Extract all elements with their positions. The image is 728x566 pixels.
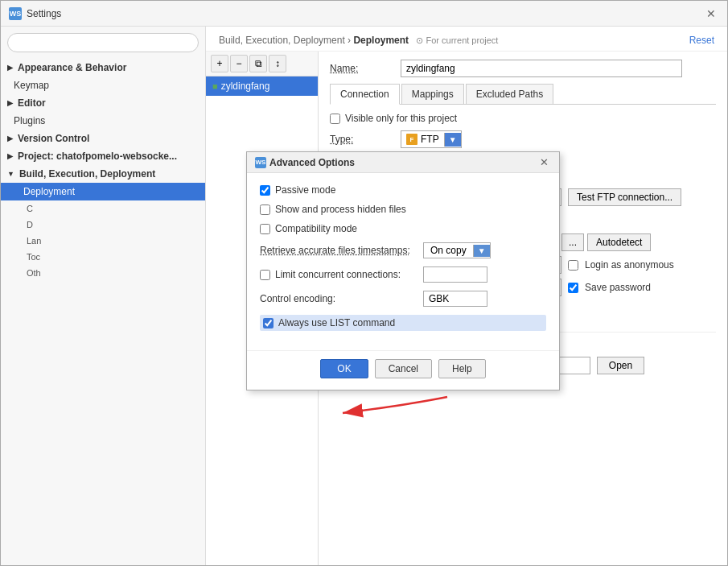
help-button[interactable]: Help <box>438 359 486 378</box>
dialog-icon: WS <box>255 157 266 168</box>
sidebar-item-deployment[interactable]: Deployment <box>1 183 205 200</box>
search-input[interactable] <box>7 33 199 52</box>
dialog-body: Passive mode Show and process hidden fil… <box>247 173 559 350</box>
limit-connections-input[interactable] <box>423 266 487 283</box>
retrieve-select-arrow[interactable]: ▼ <box>473 245 490 257</box>
sidebar: ▶ Appearance & Behavior Keymap ▶ Editor … <box>1 27 206 565</box>
show-hidden-checkbox[interactable] <box>260 205 270 215</box>
visible-only-row: Visible only for this project <box>330 113 716 124</box>
server-toolbar: + − ⧉ ↕ <box>206 52 318 76</box>
dialog-close-button[interactable]: ✕ <box>537 156 551 168</box>
ftp-server-icon: ■ <box>212 81 218 91</box>
test-ftp-button[interactable]: Test FTP connection... <box>568 188 681 206</box>
sidebar-item-plugins[interactable]: Plugins <box>1 112 205 130</box>
limit-connections-checkbox[interactable] <box>260 270 270 280</box>
main-window: WS Settings ✕ ▶ Appearance & Behavior Ke… <box>0 0 728 566</box>
dialog-title-bar: WS Advanced Options ✕ <box>247 152 559 173</box>
arrow-icon: ▶ <box>7 64 13 72</box>
name-row: Name: <box>330 60 716 77</box>
save-password-checkbox[interactable] <box>568 283 578 293</box>
name-input[interactable] <box>401 60 682 77</box>
sidebar-item-editor[interactable]: ▶ Editor <box>1 94 205 112</box>
title-bar-left: WS Settings <box>9 7 61 20</box>
show-hidden-row: Show and process hidden files <box>260 204 546 215</box>
encoding-input[interactable] <box>423 291 487 307</box>
name-label: Name: <box>330 63 394 74</box>
encoding-label: Control encoding: <box>260 293 417 304</box>
show-hidden-label: Show and process hidden files <box>275 204 406 215</box>
tab-excluded-paths[interactable]: Excluded Paths <box>466 84 553 104</box>
remove-server-button[interactable]: − <box>230 55 248 72</box>
ws-icon: WS <box>9 7 22 20</box>
save-password-label: Save password <box>585 282 651 293</box>
advanced-dialog: WS Advanced Options ✕ Passive mode <box>246 151 560 390</box>
main-header: Build, Execution, Deployment › Deploymen… <box>206 27 727 52</box>
ftp-icon: F <box>406 134 417 145</box>
sidebar-item-toc[interactable]: Toc <box>1 249 205 265</box>
always-list-row: Always use LIST command <box>260 315 546 331</box>
sidebar-item-build[interactable]: ▼ Build, Execution, Deployment <box>1 165 205 183</box>
retrieve-select[interactable]: On copy ▼ <box>423 242 491 258</box>
compatibility-mode-checkbox[interactable] <box>260 224 270 234</box>
add-server-button[interactable]: + <box>211 55 228 72</box>
encoding-row: Control encoding: <box>260 291 546 307</box>
reset-button[interactable]: Reset <box>689 35 714 46</box>
arrow-icon-editor: ▶ <box>7 99 13 107</box>
always-list-label: Always use LIST command <box>278 317 395 328</box>
limit-connections-row: Limit concurrent connections: <box>260 266 546 283</box>
copy-server-button[interactable]: ⧉ <box>249 55 267 72</box>
content-area: ▶ Appearance & Behavior Keymap ▶ Editor … <box>1 27 727 565</box>
retrieve-value: On copy <box>424 243 473 258</box>
sidebar-item-d[interactable]: D <box>1 217 205 233</box>
sidebar-item-oth[interactable]: Oth <box>1 265 205 281</box>
sidebar-item-vcs[interactable]: ▶ Version Control <box>1 130 205 147</box>
ok-button[interactable]: OK <box>320 359 368 378</box>
type-label: Type: <box>330 134 394 145</box>
sidebar-item-project[interactable]: ▶ Project: chatofpomelo-websocke... <box>1 147 205 165</box>
passive-mode-label: Passive mode <box>275 184 335 196</box>
login-anon-label: Login as anonymous <box>585 259 674 271</box>
arrow-icon-project: ▶ <box>7 152 13 160</box>
browse-root-button[interactable]: ... <box>561 233 584 251</box>
breadcrumb: Build, Execution, Deployment › Deploymen… <box>219 35 498 46</box>
open-button[interactable]: Open <box>597 357 644 374</box>
window-title: Settings <box>27 8 61 19</box>
dialog-title: WS Advanced Options <box>255 157 355 168</box>
cancel-button[interactable]: Cancel <box>375 359 432 378</box>
main-panel: Build, Execution, Deployment › Deploymen… <box>206 27 727 565</box>
type-row: Type: F FTP ▼ <box>330 130 716 148</box>
tab-bar: Connection Mappings Excluded Paths <box>330 84 716 105</box>
compatibility-mode-label: Compatibility mode <box>275 223 357 234</box>
sidebar-item-c[interactable]: C <box>1 200 205 217</box>
window-close-button[interactable]: ✕ <box>703 6 719 22</box>
retrieve-timestamps-row: Retrieve accurate files timestamps: On c… <box>260 242 546 258</box>
tab-connection[interactable]: Connection <box>330 84 400 105</box>
sidebar-item-appearance[interactable]: ▶ Appearance & Behavior <box>1 59 205 76</box>
compatibility-mode-row: Compatibility mode <box>260 223 546 234</box>
tab-mappings[interactable]: Mappings <box>401 84 464 104</box>
arrow-icon-build: ▼ <box>7 170 14 178</box>
passive-mode-checkbox[interactable] <box>260 185 270 196</box>
passive-mode-row: Passive mode <box>260 184 546 196</box>
sidebar-item-lan[interactable]: Lan <box>1 233 205 249</box>
move-server-button[interactable]: ↕ <box>269 55 286 72</box>
arrow-icon-vcs: ▶ <box>7 134 13 143</box>
dialog-footer: OK Cancel Help <box>247 350 559 390</box>
sidebar-item-keymap[interactable]: Keymap <box>1 76 205 94</box>
server-item-zyldingfang[interactable]: ■ zyldingfang <box>206 76 318 96</box>
type-select[interactable]: F FTP ▼ <box>401 130 462 148</box>
autodetect-button[interactable]: Autodetect <box>587 233 651 251</box>
type-dropdown-arrow[interactable]: ▼ <box>444 133 461 147</box>
title-bar: WS Settings ✕ <box>1 1 727 27</box>
visible-only-label: Visible only for this project <box>345 113 457 124</box>
limit-connections-label: Limit concurrent connections: <box>275 269 401 280</box>
always-list-checkbox[interactable] <box>263 318 274 328</box>
login-anon-checkbox[interactable] <box>568 260 578 271</box>
retrieve-label: Retrieve accurate files timestamps: <box>260 245 417 256</box>
visible-only-checkbox[interactable] <box>330 114 340 124</box>
